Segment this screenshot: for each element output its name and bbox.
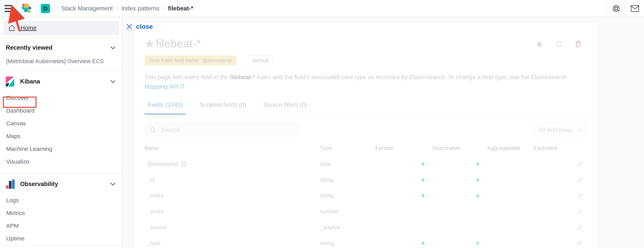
recently-viewed-item[interactable]: [Metricbeat Kubernetes] Overview ECS: [6, 56, 116, 65]
breadcrumb-separator: /: [116, 5, 118, 12]
chevron-down-icon[interactable]: [110, 182, 116, 186]
chevron-down-icon[interactable]: [110, 46, 116, 49]
breadcrumb-index-patterns[interactable]: Index patterns: [122, 5, 159, 12]
envelope-icon: [631, 5, 639, 12]
observability-logo-icon: [6, 179, 15, 189]
breadcrumb-current-page: filebeat-*: [168, 5, 193, 12]
help-button[interactable]: [606, 0, 625, 17]
sidebar-item-metrics[interactable]: Metrics: [6, 207, 116, 220]
sidebar-item-canvas[interactable]: Canvas: [6, 117, 116, 130]
navigation-drawer: Home Recently viewed [Metricbeat Kuberne…: [0, 17, 122, 248]
close-x-icon: [126, 23, 132, 30]
close-label: close: [136, 23, 153, 30]
help-life-ring-icon: [612, 5, 620, 12]
home-icon: [8, 24, 16, 32]
breadcrumb-separator: /: [163, 5, 164, 12]
sidebar-section-observability: Observability Logs Metrics APM Uptime: [0, 173, 122, 248]
breadcrumb-stack-management[interactable]: Stack Management: [61, 5, 113, 12]
sidebar-item-machine-learning[interactable]: Machine Learning: [6, 143, 116, 155]
home-label: Home: [20, 24, 36, 31]
space-badge: D: [41, 4, 50, 13]
close-annotation-button[interactable]: close: [126, 23, 153, 30]
sidebar-section-kibana: Kibana Discover Dashboard Canvas Maps Ma…: [0, 71, 122, 173]
sidebar-item-apm[interactable]: APM: [6, 220, 116, 232]
sidebar-item-dashboard[interactable]: Dashboard: [6, 104, 116, 117]
newsfeed-button[interactable]: [625, 0, 644, 17]
sidebar-item-discover[interactable]: Discover: [6, 92, 116, 104]
elastic-logo-button[interactable]: [17, 0, 36, 17]
top-navigation-bar: D Stack Management / Index patterns / fi…: [0, 0, 644, 17]
recently-viewed-title: Recently viewed: [6, 44, 52, 51]
observability-section-title[interactable]: Observability: [20, 181, 58, 188]
space-selector-button[interactable]: D: [36, 0, 55, 17]
sidebar-item-logs[interactable]: Logs: [6, 194, 116, 207]
sidebar-item-home[interactable]: Home: [3, 21, 119, 35]
breadcrumb: Stack Management / Index patterns / file…: [55, 0, 193, 17]
sidebar-section-recently-viewed: Recently viewed [Metricbeat Kubernetes] …: [0, 38, 122, 70]
kibana-section-title[interactable]: Kibana: [20, 78, 40, 85]
elastic-logo-icon: [22, 3, 32, 14]
hamburger-icon: [5, 5, 12, 12]
sidebar-item-visualize[interactable]: Visualize: [6, 155, 116, 168]
menu-hamburger-button[interactable]: [0, 0, 17, 17]
sidebar-item-uptime[interactable]: Uptime: [6, 232, 116, 245]
sidebar-item-maps[interactable]: Maps: [6, 130, 116, 143]
chevron-down-icon[interactable]: [110, 80, 116, 83]
content-dim-overlay: [123, 17, 644, 248]
sidebar-divider: [0, 245, 122, 246]
kibana-logo-icon: [6, 76, 15, 86]
